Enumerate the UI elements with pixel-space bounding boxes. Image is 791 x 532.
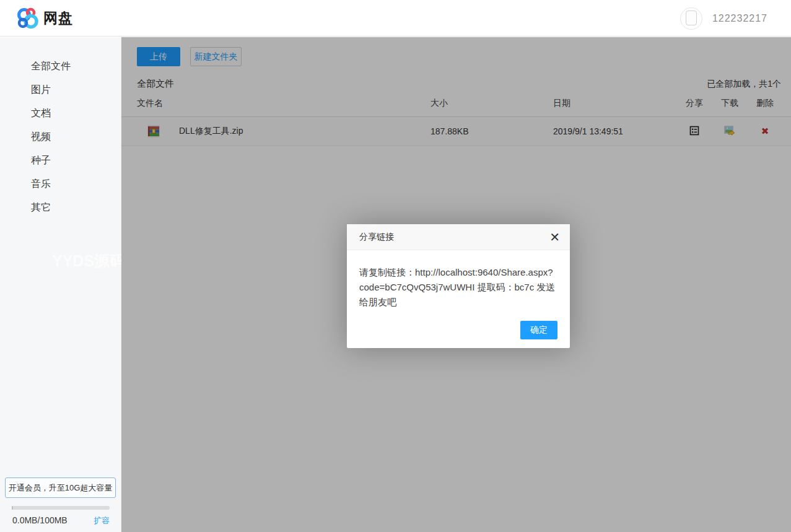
sidebar-item-documents[interactable]: 文档 bbox=[0, 102, 121, 125]
username: 122232217 bbox=[712, 13, 767, 24]
sidebar-item-all-files[interactable]: 全部文件 bbox=[0, 55, 121, 78]
expand-storage-link[interactable]: 扩容 bbox=[94, 515, 110, 526]
brand: 网盘 bbox=[16, 7, 73, 29]
modal-body-text: 请复制链接：http://localhost:9640/Share.aspx?c… bbox=[347, 250, 570, 310]
sidebar-item-torrents[interactable]: 种子 bbox=[0, 149, 121, 172]
app-title: 网盘 bbox=[43, 9, 73, 28]
broken-image-icon bbox=[686, 11, 697, 25]
sidebar-item-others[interactable]: 其它 bbox=[0, 196, 121, 219]
storage-progress-bar bbox=[12, 506, 110, 510]
close-icon[interactable]: ✕ bbox=[549, 231, 560, 243]
storage-usage-text: 0.0MB/100MB bbox=[12, 515, 68, 525]
modal-title: 分享链接 bbox=[359, 232, 394, 243]
header-user-area: 122232217 bbox=[680, 0, 767, 37]
sidebar-item-images[interactable]: 图片 bbox=[0, 78, 121, 102]
sidebar-item-videos[interactable]: 视频 bbox=[0, 125, 121, 149]
storage-progress-fill bbox=[12, 506, 13, 510]
ok-button[interactable]: 确定 bbox=[520, 321, 557, 339]
sidebar-item-music[interactable]: 音乐 bbox=[0, 172, 121, 196]
sidebar-menu: 全部文件 图片 文档 视频 种子 音乐 其它 bbox=[0, 37, 121, 219]
share-link-modal: 分享链接 ✕ 请复制链接：http://localhost:9640/Share… bbox=[347, 224, 570, 348]
modal-header: 分享链接 ✕ bbox=[347, 224, 570, 250]
avatar[interactable] bbox=[680, 7, 702, 30]
top-header: 网盘 122232217 bbox=[0, 0, 791, 37]
storage-quota-row: 0.0MB/100MB 扩容 bbox=[12, 515, 110, 526]
netdisk-logo-icon bbox=[16, 7, 40, 29]
vip-upgrade-button[interactable]: 开通会员，升至10G超大容量 bbox=[5, 477, 116, 498]
netdisk-app: 网盘 122232217 全部文件 图片 文档 视频 种子 音乐 其它 YYDS… bbox=[0, 0, 791, 532]
modal-footer: 确定 bbox=[347, 310, 570, 348]
sidebar: 全部文件 图片 文档 视频 种子 音乐 其它 YYDS源码网 开通会员，升至10… bbox=[0, 37, 121, 532]
